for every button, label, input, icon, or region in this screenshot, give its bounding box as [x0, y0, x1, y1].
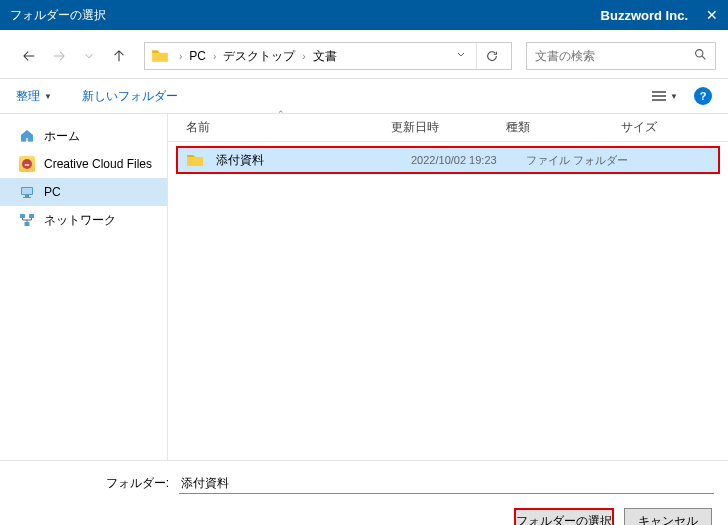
arrow-up-icon	[112, 49, 126, 63]
svg-rect-3	[25, 195, 29, 197]
main-area: ホーム ∞ Creative Cloud Files PC ネットワーク ⌃ 名…	[0, 114, 728, 460]
sidebar-item-label: PC	[44, 185, 61, 199]
row-name: 添付資料	[210, 152, 405, 169]
folder-icon	[151, 47, 169, 65]
breadcrumb-seg-0[interactable]: PC	[186, 49, 209, 63]
column-header-date[interactable]: 更新日時	[383, 119, 498, 136]
row-type: ファイル フォルダー	[520, 153, 635, 168]
list-row[interactable]: 添付資料 2022/10/02 19:23 ファイル フォルダー	[176, 146, 720, 174]
back-button[interactable]	[18, 45, 40, 67]
column-header-name[interactable]: ⌃ 名前	[178, 119, 383, 136]
up-button[interactable]	[108, 45, 130, 67]
folder-label: フォルダー:	[14, 475, 179, 492]
sort-asc-icon: ⌃	[277, 109, 285, 119]
chevron-down-icon: ▼	[670, 92, 678, 101]
breadcrumb-seg-1[interactable]: デスクトップ	[220, 48, 298, 65]
help-button[interactable]: ?	[694, 87, 712, 105]
sidebar-item-pc[interactable]: PC	[0, 178, 167, 206]
organize-label: 整理	[16, 88, 40, 105]
pc-icon	[18, 183, 36, 201]
footer: フォルダー: フォルダーの選択 キャンセル	[0, 460, 728, 525]
organize-button[interactable]: 整理 ▼	[16, 88, 52, 105]
breadcrumb-dropdown[interactable]	[450, 49, 472, 63]
file-list: ⌃ 名前 更新日時 種類 サイズ 添付資料 2022/10/02 19:23 フ…	[168, 114, 728, 460]
svg-point-0	[696, 50, 703, 57]
svg-rect-4	[23, 197, 31, 198]
list-view-icon	[651, 90, 667, 102]
column-header-type[interactable]: 種類	[498, 119, 613, 136]
nav-toolbar: › PC › デスクトップ › 文書	[0, 30, 728, 78]
sidebar: ホーム ∞ Creative Cloud Files PC ネットワーク	[0, 114, 168, 460]
search-input[interactable]	[535, 49, 694, 63]
search-icon[interactable]	[694, 48, 707, 64]
sidebar-item-label: ネットワーク	[44, 212, 116, 229]
refresh-icon	[485, 49, 499, 63]
list-header: ⌃ 名前 更新日時 種類 サイズ	[168, 114, 728, 142]
chevron-down-icon: ▼	[44, 92, 52, 101]
search-box[interactable]	[526, 42, 716, 70]
svg-rect-2	[22, 188, 32, 194]
sidebar-item-label: ホーム	[44, 128, 80, 145]
close-icon[interactable]: ✕	[706, 7, 718, 23]
company-label: Buzzword Inc.	[601, 8, 688, 23]
svg-rect-6	[29, 214, 34, 218]
forward-button[interactable]	[48, 45, 70, 67]
command-bar: 整理 ▼ 新しいフォルダー ▼ ?	[0, 78, 728, 114]
folder-input[interactable]	[179, 473, 714, 494]
row-date: 2022/10/02 19:23	[405, 154, 520, 166]
home-icon	[18, 127, 36, 145]
title-bar: フォルダーの選択 Buzzword Inc. ✕	[0, 0, 728, 30]
chevron-down-icon	[82, 49, 96, 63]
svg-rect-5	[20, 214, 25, 218]
refresh-button[interactable]	[476, 43, 507, 69]
sidebar-item-network[interactable]: ネットワーク	[0, 206, 167, 234]
cloud-icon: ∞	[18, 155, 36, 173]
select-folder-button[interactable]: フォルダーの選択	[514, 508, 614, 525]
chevron-right-icon: ›	[175, 51, 186, 62]
recent-dropdown[interactable]	[78, 45, 100, 67]
list-body: 添付資料 2022/10/02 19:23 ファイル フォルダー	[168, 142, 728, 174]
window-title: フォルダーの選択	[10, 7, 106, 24]
svg-rect-7	[25, 222, 30, 226]
new-folder-label: 新しいフォルダー	[82, 88, 178, 105]
chevron-right-icon: ›	[298, 51, 309, 62]
chevron-right-icon: ›	[209, 51, 220, 62]
column-header-size[interactable]: サイズ	[613, 119, 728, 136]
chevron-down-icon	[456, 50, 466, 60]
new-folder-button[interactable]: 新しいフォルダー	[82, 88, 178, 105]
arrow-left-icon	[22, 49, 36, 63]
sidebar-item-cloud[interactable]: ∞ Creative Cloud Files	[0, 150, 167, 178]
cancel-button[interactable]: キャンセル	[624, 508, 712, 525]
network-icon	[18, 211, 36, 229]
breadcrumb[interactable]: › PC › デスクトップ › 文書	[144, 42, 512, 70]
sidebar-item-home[interactable]: ホーム	[0, 122, 167, 150]
arrow-right-icon	[52, 49, 66, 63]
folder-icon	[186, 153, 204, 167]
breadcrumb-seg-2[interactable]: 文書	[310, 48, 340, 65]
view-button[interactable]: ▼	[651, 90, 678, 102]
sidebar-item-label: Creative Cloud Files	[44, 157, 152, 171]
